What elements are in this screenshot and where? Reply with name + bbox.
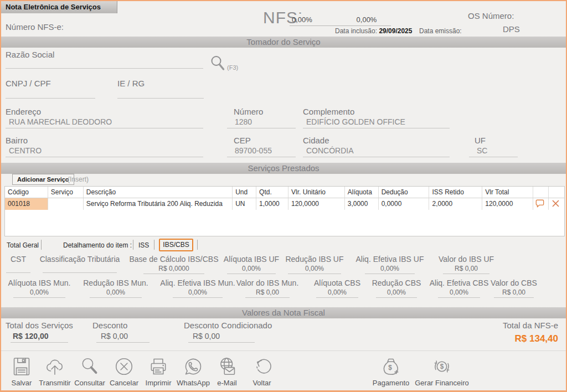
- bairro-input[interactable]: CENTRO: [6, 146, 203, 157]
- insert-hint: (Insert): [68, 176, 89, 183]
- total-nfse-label: Total da NFS-e: [503, 321, 558, 330]
- ibs-field-input[interactable]: 0,00%: [288, 265, 341, 274]
- email-button[interactable]: e-Mail: [212, 356, 243, 387]
- gerar-financeiro-button[interactable]: $ Gerar Financeiro: [413, 356, 471, 387]
- tab-separator: [133, 240, 133, 250]
- circle-x-icon: [114, 356, 135, 377]
- razao-social-input[interactable]: [6, 59, 203, 69]
- transmitir-button[interactable]: Transmitir: [38, 356, 72, 387]
- globe-mail-icon: [217, 356, 238, 377]
- ibs-field-cst: CST: [3, 255, 33, 273]
- cep-label: CEP: [234, 136, 251, 145]
- consultar-button[interactable]: Consultar: [72, 356, 107, 387]
- table-header-row: Código Serviço Descrição Und Qtd. Vlr. U…: [5, 187, 564, 198]
- cidade-input[interactable]: CONCÓRDIA: [303, 146, 450, 157]
- pagamento-button[interactable]: $ Pagamento: [369, 356, 413, 387]
- cell-aliquota[interactable]: 3,0000: [345, 198, 379, 210]
- ibs-field-input[interactable]: 0,00%: [365, 265, 414, 274]
- cell-qtd[interactable]: 1,0000: [256, 198, 288, 210]
- ibs-field-input[interactable]: [6, 265, 30, 273]
- endereco-input[interactable]: RUA MARECHAL DEODORO: [6, 117, 203, 128]
- toolbar-button-label: Salvar: [12, 379, 32, 387]
- row-comment-button[interactable]: [533, 198, 549, 210]
- ibs-field-input[interactable]: R$ 0,00: [494, 288, 534, 298]
- search-contact-button[interactable]: [210, 55, 225, 73]
- ibs-field-input[interactable]: R$ 0,00: [245, 288, 290, 298]
- cidade-value: CONCÓRDIA: [306, 146, 354, 155]
- numero-label: Número: [234, 107, 263, 116]
- cell-descricao[interactable]: Serviço Reforma Tributária 200 Aliq. Red…: [84, 198, 233, 210]
- tab-iss[interactable]: ISS: [138, 241, 149, 249]
- cell-iss-retido[interactable]: 2,0000: [429, 198, 482, 210]
- cell-und[interactable]: UN: [233, 198, 256, 210]
- col-iss-retido[interactable]: ISS Retido: [429, 187, 482, 198]
- col-deducao[interactable]: Dedução: [379, 187, 430, 198]
- toolbar-button-label: Transmitir: [39, 379, 70, 387]
- numero-value: 1280: [235, 117, 252, 126]
- whatsapp-button[interactable]: WhatsApp: [175, 356, 212, 387]
- tab-ibs-cbs[interactable]: IBS/CBS: [159, 239, 193, 251]
- ibs-field-input[interactable]: 0,00%: [438, 288, 480, 298]
- cell-vlr-total[interactable]: 120,0000: [482, 198, 533, 210]
- table-row[interactable]: 001018 Serviço Reforma Tributária 200 Al…: [5, 198, 564, 210]
- floppy-disk-icon: [11, 356, 32, 377]
- cancelar-button[interactable]: Cancelar: [107, 356, 141, 387]
- percent1-field[interactable]: 0,00%: [290, 16, 346, 26]
- col-qtd[interactable]: Qtd.: [256, 187, 288, 198]
- data-inclusao-label: Data inclusão:: [335, 27, 377, 35]
- col-descricao[interactable]: Descrição: [84, 187, 233, 198]
- window-title-tab[interactable]: Nota Eletrônica de Serviços: [1, 1, 117, 13]
- section-servicos-header: Serviços Prestados: [1, 163, 566, 174]
- col-vlr-unitario[interactable]: Vlr. Unitário: [288, 187, 345, 198]
- ibs-field-input[interactable]: 0,00%: [173, 288, 223, 298]
- salvar-button[interactable]: Salvar: [6, 356, 38, 387]
- comment-bubble-icon: [535, 199, 544, 208]
- ibs-field-label: Alíquota IBS Mun.: [3, 278, 75, 287]
- ibs-field-input[interactable]: 0,00%: [227, 265, 276, 274]
- imprimir-button[interactable]: Imprimir: [142, 356, 175, 387]
- ibs-field-input[interactable]: 0,00%: [316, 288, 358, 298]
- tab-detalhamento[interactable]: Detalhamento do item :: [63, 241, 132, 249]
- cell-servico[interactable]: [48, 198, 84, 210]
- ibs-field-label: Aliq. Efetiva IBS UF: [350, 255, 430, 264]
- cell-deducao[interactable]: 0,0000: [379, 198, 430, 210]
- ibs-field-valor-cbs: Valor do CBS R$ 0,00: [486, 278, 542, 298]
- col-vlr-total[interactable]: Vlr Total: [482, 187, 533, 198]
- cnpj-cpf-input[interactable]: [6, 88, 95, 99]
- complemento-input[interactable]: EDIFÍCIO GOLDEN OFFICE: [303, 117, 450, 128]
- col-servico[interactable]: Serviço: [48, 187, 84, 198]
- ibs-field-input[interactable]: R$ 0,00: [443, 265, 489, 274]
- ibs-field-label: Valor do CBS: [486, 278, 542, 287]
- razao-social-label: Razão Social: [6, 50, 54, 59]
- row-delete-button[interactable]: [549, 198, 564, 210]
- col-aliquota[interactable]: Alíquota: [345, 187, 379, 198]
- uf-input[interactable]: SC: [469, 146, 518, 157]
- cell-codigo[interactable]: 001018: [5, 198, 48, 210]
- magnifier-icon: [210, 55, 225, 71]
- col-und[interactable]: Und: [233, 187, 256, 198]
- numero-input[interactable]: 1280: [227, 117, 296, 128]
- ibs-field-input[interactable]: 0,00%: [376, 288, 417, 298]
- cell-vlr-unitario[interactable]: 120,0000: [288, 198, 345, 210]
- ibs-field-input[interactable]: 0,00%: [13, 288, 65, 298]
- tab-total-geral[interactable]: Total Geral: [7, 241, 39, 249]
- endereco-value: RUA MARECHAL DEODORO: [9, 117, 112, 126]
- percent2-field[interactable]: 0,00%: [342, 16, 391, 26]
- tab-separator: [197, 240, 198, 250]
- magnifier-icon: [79, 356, 100, 377]
- dps-label[interactable]: DPS: [503, 24, 520, 34]
- ibs-field-input[interactable]: 0,00%: [90, 288, 142, 298]
- ie-rg-input[interactable]: [117, 88, 204, 99]
- desconto-input[interactable]: R$ 0,00: [96, 331, 150, 343]
- adicionar-servico-button[interactable]: Adicionar Serviço: [12, 174, 74, 185]
- total-servicos-input[interactable]: R$ 120,00: [11, 331, 68, 343]
- ibs-field-input[interactable]: [43, 265, 117, 273]
- desconto-condicionado-label: Desconto Condicionado: [184, 321, 272, 330]
- ibs-field-reducao-ibs-mun: Redução IBS Mun. 0,00%: [80, 278, 152, 298]
- adicionar-servico-label: Adicionar Serviço: [17, 176, 69, 183]
- ibs-field-input[interactable]: R$ 0,0000: [143, 265, 204, 274]
- desconto-condicionado-input[interactable]: R$ 0,00: [188, 331, 255, 343]
- cep-input[interactable]: 89700-055: [227, 146, 296, 157]
- voltar-button[interactable]: Voltar: [245, 356, 279, 387]
- col-codigo[interactable]: Código: [5, 187, 48, 198]
